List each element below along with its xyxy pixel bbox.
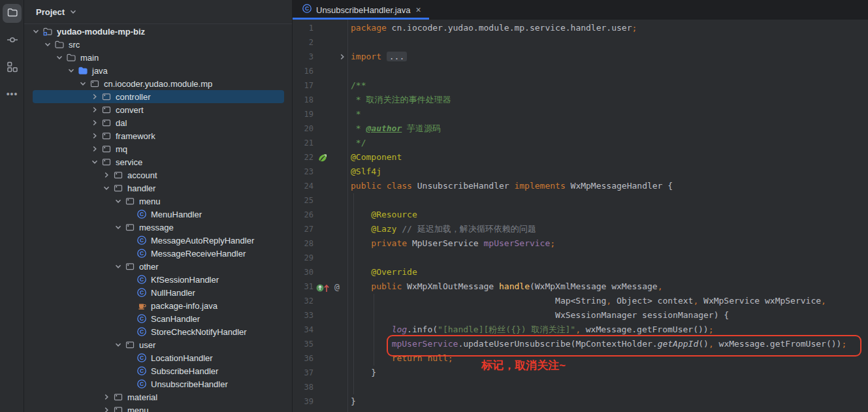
chevron-down-icon[interactable] xyxy=(54,52,65,63)
tab-unsubscribehandler[interactable]: C UnsubscribeHandler.java × xyxy=(293,0,429,20)
tree-item-yudao-module-mp-biz[interactable]: yudao-module-mp-biz xyxy=(24,25,292,38)
tree-item-src[interactable]: src xyxy=(24,38,292,51)
tree-item-menu[interactable]: menu xyxy=(24,404,292,412)
tree-item-unsubscribehandler[interactable]: CUnsubscribeHandler xyxy=(24,377,292,390)
tree-item-mq[interactable]: mq xyxy=(24,142,292,155)
tree-item-label: NullHandler xyxy=(151,288,195,298)
tree-item-convert[interactable]: convert xyxy=(24,103,292,116)
line-number: 36 xyxy=(293,351,313,366)
tree-item-java[interactable]: java xyxy=(24,64,292,77)
code-line-35: 35 mpUserService.updateUserUnsubscribe(M… xyxy=(293,337,868,351)
tree-item-menu[interactable]: menu xyxy=(24,195,292,208)
tree-item-label: MessageAutoReplyHandler xyxy=(151,236,254,246)
chevron-down-icon[interactable] xyxy=(68,7,78,17)
tree-item-label: menu xyxy=(127,405,149,412)
tree-item-main[interactable]: main xyxy=(24,51,292,64)
code-line-25: 25 xyxy=(293,193,868,208)
tree-item-label: controller xyxy=(116,92,150,102)
folder-icon xyxy=(54,39,65,50)
chevron-right-icon[interactable] xyxy=(89,131,101,141)
line-number: 35 xyxy=(293,337,313,351)
tree-item-label: account xyxy=(127,170,157,180)
line-number: 18 xyxy=(293,93,313,107)
tree-item-nullhandler[interactable]: CNullHandler xyxy=(24,286,292,299)
tree-item-user[interactable]: user xyxy=(24,338,292,351)
tree-item-label: framework xyxy=(116,131,155,141)
tree-item-storechecknotifyhandler[interactable]: CStoreCheckNotifyHandler xyxy=(24,325,292,338)
code-editor[interactable]: 1package cn.iocoder.yudao.module.mp.serv… xyxy=(293,20,868,412)
tree-item-dal[interactable]: dal xyxy=(24,116,292,129)
tree-item-label: package-info.java xyxy=(151,301,217,311)
chevron-down-icon[interactable] xyxy=(65,65,77,76)
tree-item-other[interactable]: other xyxy=(24,260,292,273)
tree-item-label: user xyxy=(139,340,155,350)
activity-button-structure[interactable] xyxy=(3,58,22,77)
code-line-3: 3import ... xyxy=(293,50,868,64)
tree-item-controller[interactable]: controller xyxy=(24,90,292,103)
code-line-18: 18 * 取消关注的事件处理器 xyxy=(293,93,868,107)
class-icon: C xyxy=(136,353,148,363)
chevron-down-icon[interactable] xyxy=(112,340,124,350)
chevron-down-icon[interactable] xyxy=(77,78,89,89)
chevron-down-icon[interactable] xyxy=(101,183,112,193)
tree-item-messageautoreplyhandler[interactable]: CMessageAutoReplyHandler xyxy=(24,234,292,247)
tree-item-kfsessionhandler[interactable]: CKfSessionHandler xyxy=(24,273,292,286)
class-icon: C xyxy=(136,209,148,219)
tree-item-cn-iocoder-yudao-module-mp[interactable]: cn.iocoder.yudao.module.mp xyxy=(24,77,292,90)
tree-item-material[interactable]: material xyxy=(24,390,292,404)
chevron-down-icon[interactable] xyxy=(89,157,101,167)
chevron-right-icon[interactable] xyxy=(101,170,112,180)
tree-item-package-info-java[interactable]: package-info.java xyxy=(24,299,292,312)
tree-item-message[interactable]: message xyxy=(24,221,292,234)
ide-window: ••• Project yudao-module-mp-bizsrcmainja… xyxy=(0,0,868,412)
line-number: 21 xyxy=(293,136,313,150)
svg-text:C: C xyxy=(140,355,144,361)
package-icon xyxy=(89,78,101,89)
activity-button-more[interactable]: ••• xyxy=(3,84,22,103)
tree-item-handler[interactable]: handler xyxy=(24,182,292,195)
chevron-right-icon[interactable] xyxy=(101,392,112,402)
code-line-21: 21 */ xyxy=(293,136,868,150)
tree-item-account[interactable]: account xyxy=(24,168,292,182)
code-line-36: 36 return null; xyxy=(293,351,868,366)
chevron-down-icon[interactable] xyxy=(112,196,124,206)
chevron-down-icon[interactable] xyxy=(42,39,54,50)
class-icon: C xyxy=(136,366,148,376)
chevron-right-icon[interactable] xyxy=(89,91,101,102)
tree-item-menuhandler[interactable]: CMenuHandler xyxy=(24,208,292,221)
tree-item-service[interactable]: service xyxy=(24,155,292,168)
line-number: 28 xyxy=(293,236,313,251)
tree-item-label: MessageReceiveHandler xyxy=(151,249,246,259)
chevron-right-icon[interactable] xyxy=(89,104,101,115)
close-icon[interactable]: × xyxy=(416,5,421,14)
tree-item-locationhandler[interactable]: CLocationHandler xyxy=(24,351,292,364)
class-icon: C xyxy=(136,235,148,246)
class-icon: C xyxy=(302,3,312,16)
editor-tab-bar: C UnsubscribeHandler.java × xyxy=(293,0,868,20)
line-number: 33 xyxy=(293,308,313,323)
tree-item-subscribehandler[interactable]: CSubscribeHandler xyxy=(24,364,292,377)
chevron-right-icon[interactable] xyxy=(101,405,112,412)
tree-item-label: java xyxy=(92,66,108,76)
code-lines: 1package cn.iocoder.yudao.module.mp.serv… xyxy=(293,21,868,409)
line-number: 32 xyxy=(293,294,313,308)
code-line-34: 34 log.info("[handle][粉丝({}) 取消关注]", wxM… xyxy=(293,323,868,337)
package-icon xyxy=(101,104,112,115)
code-line-16: 16 xyxy=(293,64,868,78)
chevron-down-icon[interactable] xyxy=(112,261,124,272)
tree-item-label: main xyxy=(80,53,99,63)
chevron-right-icon[interactable] xyxy=(89,118,101,128)
activity-button-project[interactable] xyxy=(3,4,22,23)
tree-item-messagereceivehandler[interactable]: CMessageReceiveHandler xyxy=(24,247,292,260)
chevron-down-icon[interactable] xyxy=(112,222,124,232)
tree-item-framework[interactable]: framework xyxy=(24,129,292,142)
svg-text:C: C xyxy=(140,211,144,217)
tree-item-label: convert xyxy=(116,105,144,115)
chevron-down-icon[interactable] xyxy=(30,26,42,37)
chevron-right-icon[interactable] xyxy=(89,144,101,154)
line-number: 30 xyxy=(293,265,313,279)
activity-button-commit[interactable] xyxy=(3,31,22,50)
line-number: 29 xyxy=(293,251,313,265)
tree-item-scanhandler[interactable]: CScanHandler xyxy=(24,312,292,325)
code-line-23: 23@Slf4j xyxy=(293,165,868,179)
